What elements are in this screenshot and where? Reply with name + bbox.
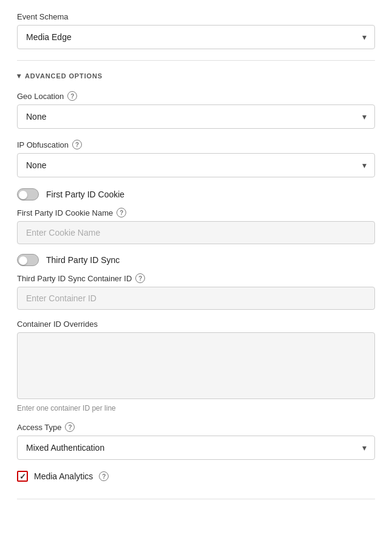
third-party-container-id-section: Third Party ID Sync Container ID ? <box>17 273 375 310</box>
container-id-overrides-hint: Enter one container ID per line <box>17 404 375 412</box>
first-party-cookie-name-input[interactable] <box>17 221 375 244</box>
event-schema-section: Event Schema Media Edge XDM Custom ▾ <box>17 12 375 49</box>
first-party-cookie-name-section: First Party ID Cookie Name ? <box>17 208 375 244</box>
media-analytics-checkmark: ✓ <box>19 473 26 480</box>
media-analytics-row: ✓ Media Analytics ? <box>17 471 375 482</box>
media-analytics-checkbox-wrapper[interactable]: ✓ <box>17 471 28 482</box>
geo-location-select-wrapper: None Country Region City Zip ▾ <box>17 104 375 129</box>
divider-1 <box>17 60 375 61</box>
advanced-options-label: ADVANCED OPTIONS <box>25 72 103 80</box>
third-party-id-sync-toggle-row: Third Party ID Sync <box>17 254 375 266</box>
access-type-help-icon: ? <box>65 422 75 432</box>
page-container: Event Schema Media Edge XDM Custom ▾ ▾ A… <box>0 0 392 554</box>
first-party-cookie-toggle[interactable] <box>17 188 39 200</box>
first-party-cookie-toggle-row: First Party ID Cookie <box>17 188 375 200</box>
event-schema-select[interactable]: Media Edge XDM Custom <box>17 25 375 49</box>
geo-location-label: Geo Location <box>17 92 64 101</box>
bottom-divider <box>17 499 375 499</box>
access-type-label: Access Type <box>17 423 61 432</box>
first-party-cookie-name-help-icon: ? <box>117 208 126 217</box>
container-id-overrides-section: Container ID Overrides Enter one contain… <box>17 320 375 412</box>
event-schema-label: Event Schema <box>17 12 69 21</box>
media-analytics-label: Media Analytics <box>34 471 93 481</box>
first-party-cookie-slider <box>17 188 39 200</box>
event-schema-select-wrapper: Media Edge XDM Custom ▾ <box>17 25 375 49</box>
third-party-id-sync-label: Third Party ID Sync <box>46 255 120 265</box>
ip-obfuscation-select-wrapper: None Full Last Octet ▾ <box>17 153 375 177</box>
geo-location-help-icon: ? <box>67 91 77 101</box>
media-analytics-help-icon: ? <box>99 471 109 481</box>
third-party-id-sync-slider <box>17 254 39 266</box>
access-type-section: Access Type ? Mixed Authentication Authe… <box>17 422 375 460</box>
ip-obfuscation-help-icon: ? <box>72 140 82 149</box>
geo-location-section: Geo Location ? None Country Region City … <box>17 91 375 129</box>
container-id-overrides-label: Container ID Overrides <box>17 320 98 329</box>
access-type-select-wrapper: Mixed Authentication Authenticated Unaut… <box>17 436 375 460</box>
access-type-select[interactable]: Mixed Authentication Authenticated Unaut… <box>17 436 375 460</box>
third-party-container-id-input[interactable] <box>17 287 375 310</box>
container-id-overrides-textarea[interactable] <box>17 332 375 399</box>
third-party-id-sync-toggle[interactable] <box>17 254 39 266</box>
ip-obfuscation-select[interactable]: None Full Last Octet <box>17 153 375 177</box>
third-party-container-id-help-icon: ? <box>135 273 145 283</box>
ip-obfuscation-section: IP Obfuscation ? None Full Last Octet ▾ <box>17 140 375 177</box>
advanced-options-toggle[interactable]: ▾ ADVANCED OPTIONS <box>17 72 375 80</box>
geo-location-select[interactable]: None Country Region City Zip <box>17 104 375 129</box>
ip-obfuscation-label: IP Obfuscation <box>17 140 69 149</box>
first-party-cookie-name-label: First Party ID Cookie Name <box>17 208 113 217</box>
first-party-cookie-label: First Party ID Cookie <box>46 190 124 199</box>
third-party-container-id-label: Third Party ID Sync Container ID <box>17 274 132 283</box>
advanced-options-chevron-icon: ▾ <box>17 72 21 80</box>
